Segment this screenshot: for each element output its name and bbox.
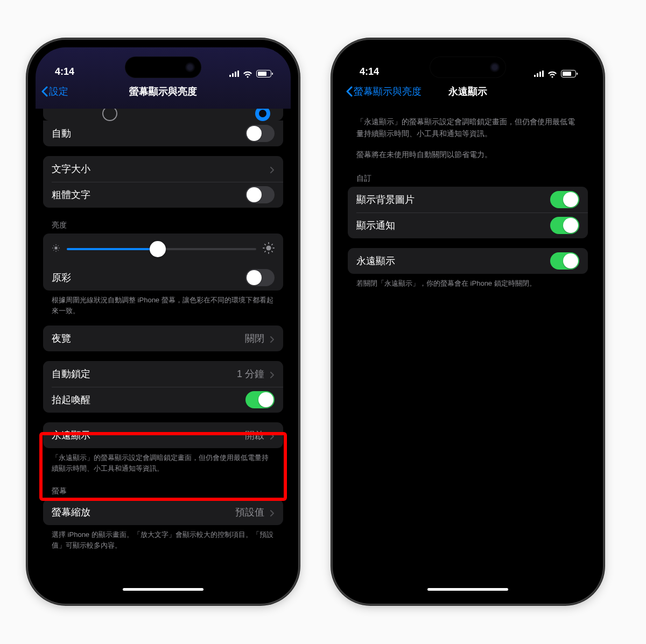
label-night-shift: 夜覽 bbox=[52, 332, 240, 345]
label-auto-lock: 自動鎖定 bbox=[52, 367, 231, 380]
label-text-size: 文字大小 bbox=[52, 162, 264, 175]
svg-line-15 bbox=[272, 251, 272, 252]
wifi-icon bbox=[547, 70, 557, 77]
back-label: 螢幕顯示與亮度 bbox=[354, 85, 422, 98]
svg-line-17 bbox=[272, 244, 272, 245]
value-auto-lock: 1 分鐘 bbox=[237, 367, 264, 380]
row-auto-lock[interactable]: 自動鎖定 1 分鐘 bbox=[43, 361, 283, 387]
label-raise-to-wake: 抬起喚醒 bbox=[52, 393, 240, 406]
label-automatic: 自動 bbox=[52, 127, 240, 140]
group-always-on: 永遠顯示 開啟 bbox=[43, 422, 283, 448]
svg-point-0 bbox=[54, 246, 57, 249]
toggle-always-on-master[interactable] bbox=[550, 252, 579, 270]
battery-icon bbox=[256, 70, 271, 77]
label-always-on-master: 永遠顯示 bbox=[356, 254, 545, 267]
home-indicator[interactable] bbox=[123, 588, 203, 591]
footer-always-on: 「永遠顯示」的螢幕顯示設定會調暗鎖定畫面，但仍會使用最低電量持續顯示時間、小工具… bbox=[43, 448, 283, 473]
chevron-right-icon bbox=[270, 165, 275, 173]
chevron-right-icon bbox=[270, 335, 275, 342]
value-night-shift: 關閉 bbox=[245, 332, 264, 345]
wifi-icon bbox=[243, 70, 252, 77]
row-always-on-master[interactable]: 永遠顯示 bbox=[348, 248, 588, 274]
svg-line-7 bbox=[53, 250, 54, 251]
toggle-bold-text[interactable] bbox=[245, 186, 275, 203]
nav-bar: 設定 螢幕顯示與亮度 bbox=[36, 79, 291, 104]
row-true-tone[interactable]: 原彩 bbox=[43, 265, 283, 291]
label-show-wallpaper: 顯示背景圖片 bbox=[356, 193, 545, 206]
back-button[interactable]: 設定 bbox=[36, 85, 68, 98]
svg-point-9 bbox=[266, 245, 271, 250]
footer-display-zoom: 選擇 iPhone 的顯示畫面。「放大文字」會顯示較大的控制項目。「預設值」可顯… bbox=[43, 525, 283, 550]
back-button[interactable]: 螢幕顯示與亮度 bbox=[340, 85, 422, 98]
svg-line-16 bbox=[265, 251, 265, 252]
label-display-zoom: 螢幕縮放 bbox=[52, 506, 230, 519]
chevron-right-icon bbox=[270, 508, 275, 516]
row-automatic[interactable]: 自動 bbox=[43, 121, 283, 146]
cellular-icon bbox=[229, 70, 239, 77]
header-custom: 自訂 bbox=[348, 161, 588, 187]
svg-line-6 bbox=[58, 250, 59, 251]
svg-line-14 bbox=[265, 244, 265, 245]
sun-large-icon bbox=[263, 242, 275, 256]
toggle-show-notifications[interactable] bbox=[550, 217, 579, 234]
dynamic-island bbox=[125, 57, 201, 77]
chevron-right-icon bbox=[270, 431, 275, 439]
radio-selected-icon bbox=[255, 109, 270, 121]
row-night-shift[interactable]: 夜覽 關閉 bbox=[43, 325, 283, 351]
value-always-on: 開啟 bbox=[245, 429, 264, 442]
footer-always-on-master: 若關閉「永遠顯示」，你的螢幕會在 iPhone 鎖定時關閉。 bbox=[348, 274, 588, 289]
chevron-left-icon bbox=[41, 86, 48, 97]
footer-true-tone: 根據周圍光線狀況自動調整 iPhone 螢幕，讓色彩在不同的環境下都看起來一致。 bbox=[43, 291, 283, 316]
row-always-on[interactable]: 永遠顯示 開啟 bbox=[43, 422, 283, 448]
phone-left: 4:14 設定 螢幕顯示與亮度 bbox=[28, 40, 298, 604]
row-bold-text[interactable]: 粗體文字 bbox=[43, 182, 283, 208]
toggle-automatic[interactable] bbox=[245, 125, 275, 142]
row-text-size[interactable]: 文字大小 bbox=[43, 156, 283, 182]
radio-unselected-icon bbox=[102, 109, 117, 121]
svg-line-5 bbox=[53, 245, 54, 246]
page-title: 永遠顯示 bbox=[448, 85, 487, 98]
home-indicator[interactable] bbox=[427, 588, 508, 591]
toggle-show-wallpaper[interactable] bbox=[550, 191, 579, 208]
brightness-slider[interactable] bbox=[67, 248, 256, 250]
status-time: 4:14 bbox=[360, 66, 379, 77]
label-true-tone: 原彩 bbox=[52, 271, 240, 284]
row-show-wallpaper[interactable]: 顯示背景圖片 bbox=[348, 187, 588, 213]
chevron-right-icon bbox=[270, 370, 275, 378]
label-show-notifications: 顯示通知 bbox=[356, 219, 545, 232]
back-label: 設定 bbox=[49, 85, 68, 98]
row-show-notifications[interactable]: 顯示通知 bbox=[348, 213, 588, 238]
toggle-raise-to-wake[interactable] bbox=[245, 391, 275, 408]
phone-right: 4:14 螢幕顯示與亮度 永遠顯示 「永遠顯示」的螢幕顯示設定會調暗鎖定畫面，但… bbox=[333, 40, 603, 604]
header-screen: 螢幕 bbox=[43, 473, 283, 499]
nav-bar: 螢幕顯示與亮度 永遠顯示 bbox=[340, 79, 595, 104]
dynamic-island bbox=[430, 57, 505, 77]
value-display-zoom: 預設值 bbox=[235, 506, 264, 519]
header-brightness: 亮度 bbox=[43, 208, 283, 233]
label-always-on: 永遠顯示 bbox=[52, 429, 240, 442]
sun-small-icon bbox=[52, 244, 60, 254]
appearance-picker-peek[interactable] bbox=[43, 109, 283, 121]
battery-icon bbox=[561, 70, 576, 77]
row-raise-to-wake[interactable]: 抬起喚醒 bbox=[43, 387, 283, 413]
row-display-zoom[interactable]: 螢幕縮放 預設值 bbox=[43, 499, 283, 525]
desc-paragraph-2: 螢幕將在未使用時自動關閉以節省電力。 bbox=[348, 139, 588, 161]
page-title: 螢幕顯示與亮度 bbox=[129, 85, 197, 98]
status-time: 4:14 bbox=[55, 66, 74, 77]
row-brightness-slider[interactable] bbox=[43, 233, 283, 265]
toggle-true-tone[interactable] bbox=[245, 269, 275, 286]
cellular-icon bbox=[534, 70, 544, 77]
label-bold-text: 粗體文字 bbox=[52, 188, 240, 201]
chevron-left-icon bbox=[346, 86, 353, 97]
desc-paragraph-1: 「永遠顯示」的螢幕顯示設定會調暗鎖定畫面，但仍會使用最低電量持續顯示時間、小工具… bbox=[348, 104, 588, 139]
svg-line-8 bbox=[58, 245, 59, 246]
